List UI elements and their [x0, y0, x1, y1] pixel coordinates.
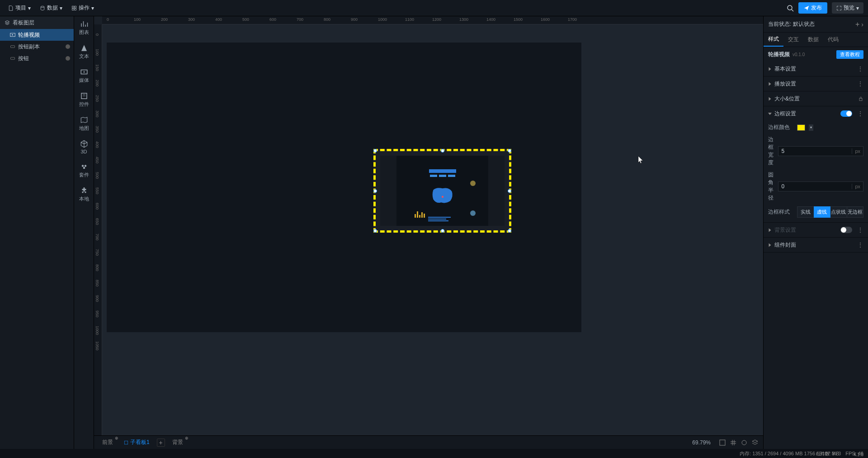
add-state-button[interactable]: + — [855, 20, 859, 29]
svg-rect-3 — [72, 8, 74, 10]
tab-code[interactable]: 代码 — [823, 33, 843, 47]
lock-icon[interactable] — [858, 96, 863, 101]
add-icon[interactable]: ⊕ — [185, 436, 189, 440]
svg-point-5 — [788, 5, 792, 10]
section-head-background[interactable]: 背景设置 ⋮ — [764, 223, 868, 237]
comp-map[interactable]: 地图 — [75, 116, 93, 132]
state-value[interactable]: 默认状态 — [793, 20, 815, 28]
resize-handle[interactable] — [441, 149, 444, 153]
next-state-button[interactable]: › — [861, 21, 863, 28]
section-head-cover[interactable]: 组件封面 ⋮ — [764, 238, 868, 252]
layers-toggle-icon[interactable] — [751, 439, 759, 446]
zoom-level[interactable]: 69.79% — [692, 439, 711, 446]
file-icon — [8, 5, 14, 11]
preview-button[interactable]: 预览 ▾ — [832, 2, 863, 14]
border-style-solid[interactable]: 实线 — [797, 206, 814, 218]
visibility-dot-icon[interactable] — [66, 44, 70, 49]
layer-item-carousel-video[interactable]: 轮播视频 — [0, 29, 74, 41]
comp-local[interactable]: 本地 — [75, 186, 93, 202]
control-icon — [80, 92, 88, 100]
comp-media[interactable]: 媒体 — [75, 68, 93, 84]
border-style-none[interactable]: 无边框 — [847, 206, 864, 218]
visibility-dot-icon[interactable] — [66, 56, 70, 61]
svg-rect-4 — [75, 8, 76, 10]
tab-data[interactable]: 数据 — [803, 33, 823, 47]
resize-handle[interactable] — [508, 149, 511, 153]
add-icon[interactable]: ⊕ — [115, 436, 118, 440]
comp-3d[interactable]: 3D — [75, 140, 93, 154]
border-radius-input[interactable]: px — [778, 181, 863, 191]
add-scene-button[interactable]: + — [157, 439, 165, 447]
input-value[interactable] — [778, 148, 852, 154]
scene-tab-sub[interactable]: 子看板1 — [120, 437, 153, 448]
resize-handle[interactable] — [373, 189, 377, 193]
tab-interaction[interactable]: 交互 — [783, 33, 803, 47]
border-toggle[interactable] — [840, 110, 852, 117]
tab-style[interactable]: 样式 — [764, 33, 783, 47]
color-dropdown[interactable]: ▾ — [809, 124, 813, 131]
prop-label: 边框宽度 — [768, 136, 774, 167]
grid-toggle-icon[interactable] — [730, 439, 737, 446]
resize-handle[interactable] — [373, 149, 377, 153]
menu-project-label: 项目 — [15, 4, 26, 12]
section-border: 边框设置 ⋮ 边框颜色 ▾ 边框宽度 px 圆角半径 — [764, 106, 868, 223]
border-style-dotted[interactable]: 点状线 — [830, 206, 847, 218]
chevron-down-icon: ▾ — [28, 5, 31, 11]
tutorial-button[interactable]: 查看教程 — [836, 50, 863, 59]
more-icon[interactable]: ⋮ — [858, 81, 863, 87]
caret-icon — [769, 82, 771, 86]
scene-tab-back[interactable]: 背景 ⊕ — [169, 437, 187, 448]
video-thumbnail — [380, 156, 505, 226]
selected-component[interactable] — [373, 149, 511, 233]
comp-kit[interactable]: 套件 — [75, 162, 93, 178]
menu-bar: 项目 ▾ 数据 ▾ 操作 ▾ 发布 预览 ▾ — [0, 0, 868, 16]
comp-control[interactable]: 控件 — [75, 92, 93, 108]
menu-operate[interactable]: 操作 ▾ — [68, 2, 98, 14]
section-head-basic[interactable]: 基本设置 ⋮ — [764, 62, 868, 76]
more-icon[interactable]: ⋮ — [858, 242, 863, 248]
border-style-dashed[interactable]: 虚线 — [814, 206, 831, 218]
more-icon[interactable]: ⋮ — [858, 227, 863, 233]
board-icon — [124, 440, 128, 445]
tab-label: 交互 — [788, 36, 799, 43]
layer-item-button-copy[interactable]: 按钮副本 — [0, 41, 74, 52]
search-button[interactable] — [784, 2, 797, 14]
border-width-input[interactable]: px — [778, 146, 863, 156]
state-label: 当前状态: — [768, 20, 791, 28]
more-icon[interactable]: ⋮ — [858, 66, 863, 72]
kit-icon — [80, 162, 88, 171]
background-toggle[interactable] — [840, 227, 852, 233]
comp-text[interactable]: 文本 — [75, 44, 93, 60]
publish-button[interactable]: 发布 — [798, 2, 827, 14]
menu-data[interactable]: 数据 ▾ — [36, 2, 66, 14]
color-swatch[interactable] — [797, 124, 805, 131]
canvas-area[interactable]: 0100200300400500600700800900100011001200… — [94, 16, 763, 449]
component-title-row: 轮播视频 v0.1.0 查看教程 — [764, 47, 868, 62]
prop-label: 圆角半径 — [768, 171, 774, 202]
comp-label: 媒体 — [79, 77, 89, 84]
prop-label: 边框样式 — [768, 208, 793, 216]
resize-handle[interactable] — [508, 189, 511, 193]
layer-panel: 看板图层 轮播视频 按钮副本 按钮 — [0, 16, 74, 449]
snap-icon[interactable] — [741, 439, 748, 446]
menu-project[interactable]: 项目 ▾ — [5, 2, 34, 14]
resize-handle[interactable] — [441, 229, 444, 233]
canvas-inner[interactable] — [102, 24, 763, 449]
section-title: 大小&位置 — [774, 95, 800, 103]
resize-handle[interactable] — [508, 229, 511, 233]
input-value[interactable] — [778, 183, 852, 190]
fit-icon[interactable] — [719, 439, 726, 446]
section-head-size-position[interactable]: 大小&位置 — [764, 91, 868, 106]
layer-panel-title: 看板图层 — [13, 19, 34, 27]
section-head-playback[interactable]: 播放设置 ⋮ — [764, 76, 868, 91]
comp-chart[interactable]: 图表 — [75, 20, 93, 36]
more-icon[interactable]: ⋮ — [858, 110, 863, 117]
section-title: 背景设置 — [774, 226, 796, 234]
input-unit: px — [852, 148, 863, 154]
caret-icon — [769, 228, 771, 232]
scene-tab-front[interactable]: 前景 ⊕ — [99, 437, 117, 448]
section-head-border[interactable]: 边框设置 ⋮ — [764, 106, 868, 121]
resize-handle[interactable] — [373, 229, 377, 233]
layer-item-button[interactable]: 按钮 — [0, 52, 74, 64]
component-toolbar: 图表 文本 媒体 控件 地图 3D 套件 本地 — [74, 16, 94, 449]
